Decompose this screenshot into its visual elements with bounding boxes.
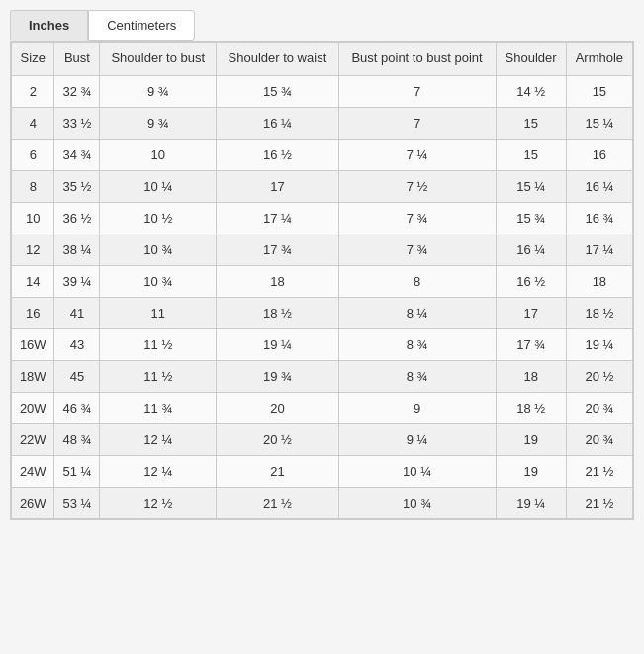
col-header-bust: Bust — [54, 43, 100, 76]
table-cell-6-1: 39 ¼ — [54, 265, 100, 297]
table-cell-10-4: 9 — [338, 392, 496, 423]
table-row: 20W46 ¾11 ¾20918 ½20 ¾ — [12, 392, 633, 423]
table-cell-4-1: 36 ½ — [54, 202, 100, 234]
table-cell-8-1: 43 — [54, 328, 100, 360]
table-row: 22W48 ¾12 ¼20 ½9 ¼1920 ¾ — [12, 423, 633, 455]
table-cell-13-0: 26W — [12, 487, 54, 518]
size-chart-table: Size Bust Shoulder to bust Shoulder to w… — [11, 42, 633, 519]
tabs-container: Inches Centimeters Size Bust Shoulder to… — [10, 10, 634, 520]
table-cell-6-0: 14 — [12, 265, 54, 297]
table-cell-12-6: 21 ½ — [566, 455, 632, 487]
table-cell-6-3: 18 — [217, 265, 338, 297]
table-row: 26W53 ¼12 ½21 ½10 ¾19 ¼21 ½ — [12, 487, 633, 518]
table-row: 18W4511 ½19 ¾8 ¾1820 ½ — [12, 360, 633, 392]
table-cell-4-5: 15 ¾ — [496, 202, 566, 234]
table-header-row: Size Bust Shoulder to bust Shoulder to w… — [12, 43, 633, 76]
table-cell-6-6: 18 — [566, 265, 632, 297]
table-cell-10-6: 20 ¾ — [566, 392, 632, 423]
table-cell-8-5: 17 ¾ — [496, 328, 566, 360]
table-row: 433 ½9 ¾16 ¼71515 ¼ — [12, 107, 633, 139]
table-cell-3-5: 15 ¼ — [496, 170, 566, 202]
table-cell-1-3: 16 ¼ — [217, 107, 338, 139]
tab-inches[interactable]: Inches — [10, 10, 88, 41]
table-cell-13-6: 21 ½ — [566, 487, 632, 518]
table-cell-0-6: 15 — [566, 75, 632, 107]
table-cell-0-3: 15 ¾ — [217, 75, 338, 107]
table-cell-9-1: 45 — [54, 360, 100, 392]
table-cell-12-4: 10 ¼ — [338, 455, 496, 487]
table-cell-8-4: 8 ¾ — [338, 328, 496, 360]
table-cell-7-2: 11 — [100, 297, 217, 328]
table-cell-2-4: 7 ¼ — [338, 139, 496, 170]
table-cell-11-1: 48 ¾ — [54, 423, 100, 455]
table-cell-3-6: 16 ¼ — [566, 170, 632, 202]
table-cell-11-2: 12 ¼ — [100, 423, 217, 455]
table-row: 1036 ½10 ½17 ¼7 ¾15 ¾16 ¾ — [12, 202, 633, 234]
col-header-shoulder-to-bust: Shoulder to bust — [100, 43, 217, 76]
table-cell-1-1: 33 ½ — [54, 107, 100, 139]
table-cell-0-2: 9 ¾ — [100, 75, 217, 107]
col-header-bust-point: Bust point to bust point — [338, 43, 496, 76]
table-cell-3-0: 8 — [12, 170, 54, 202]
table-cell-1-6: 15 ¼ — [566, 107, 632, 139]
table-cell-7-4: 8 ¼ — [338, 297, 496, 328]
table-cell-9-4: 8 ¾ — [338, 360, 496, 392]
table-cell-9-6: 20 ½ — [566, 360, 632, 392]
table-row: 1439 ¼10 ¾18816 ½18 — [12, 265, 633, 297]
table-cell-11-6: 20 ¾ — [566, 423, 632, 455]
table-cell-12-1: 51 ¼ — [54, 455, 100, 487]
table-cell-13-3: 21 ½ — [217, 487, 338, 518]
table-cell-0-0: 2 — [12, 75, 54, 107]
table-cell-10-1: 46 ¾ — [54, 392, 100, 423]
table-cell-7-0: 16 — [12, 297, 54, 328]
col-header-size: Size — [12, 43, 54, 76]
table-cell-11-0: 22W — [12, 423, 54, 455]
table-cell-3-3: 17 — [217, 170, 338, 202]
table-cell-9-3: 19 ¾ — [217, 360, 338, 392]
table-cell-13-4: 10 ¾ — [338, 487, 496, 518]
size-chart-table-container: Size Bust Shoulder to bust Shoulder to w… — [10, 41, 634, 520]
table-cell-5-1: 38 ¼ — [54, 234, 100, 265]
table-cell-1-4: 7 — [338, 107, 496, 139]
table-cell-1-2: 9 ¾ — [100, 107, 217, 139]
table-row: 16411118 ½8 ¼1718 ½ — [12, 297, 633, 328]
table-cell-7-6: 18 ½ — [566, 297, 632, 328]
col-header-shoulder: Shoulder — [496, 43, 566, 76]
table-cell-6-2: 10 ¾ — [100, 265, 217, 297]
table-cell-12-5: 19 — [496, 455, 566, 487]
table-cell-8-0: 16W — [12, 328, 54, 360]
table-cell-4-2: 10 ½ — [100, 202, 217, 234]
table-cell-2-1: 34 ¾ — [54, 139, 100, 170]
table-cell-1-0: 4 — [12, 107, 54, 139]
table-cell-8-6: 19 ¼ — [566, 328, 632, 360]
table-cell-10-0: 20W — [12, 392, 54, 423]
table-cell-5-4: 7 ¾ — [338, 234, 496, 265]
table-cell-0-5: 14 ½ — [496, 75, 566, 107]
table-cell-2-5: 15 — [496, 139, 566, 170]
table-cell-2-3: 16 ½ — [217, 139, 338, 170]
table-cell-4-3: 17 ¼ — [217, 202, 338, 234]
table-cell-5-3: 17 ¾ — [217, 234, 338, 265]
tab-group: Inches Centimeters — [10, 10, 634, 41]
table-cell-10-3: 20 — [217, 392, 338, 423]
table-cell-10-2: 11 ¾ — [100, 392, 217, 423]
table-cell-0-4: 7 — [338, 75, 496, 107]
table-row: 232 ¾9 ¾15 ¾714 ½15 — [12, 75, 633, 107]
table-row: 1238 ¼10 ¾17 ¾7 ¾16 ¼17 ¼ — [12, 234, 633, 265]
table-cell-5-5: 16 ¼ — [496, 234, 566, 265]
table-cell-13-2: 12 ½ — [100, 487, 217, 518]
table-row: 835 ½10 ¼177 ½15 ¼16 ¼ — [12, 170, 633, 202]
table-cell-4-6: 16 ¾ — [566, 202, 632, 234]
table-cell-8-2: 11 ½ — [100, 328, 217, 360]
table-cell-4-4: 7 ¾ — [338, 202, 496, 234]
col-header-shoulder-to-waist: Shoulder to waist — [217, 43, 338, 76]
col-header-armhole: Armhole — [566, 43, 632, 76]
table-cell-13-1: 53 ¼ — [54, 487, 100, 518]
tab-centimeters[interactable]: Centimeters — [88, 10, 195, 41]
table-cell-6-5: 16 ½ — [496, 265, 566, 297]
table-cell-13-5: 19 ¼ — [496, 487, 566, 518]
table-cell-2-6: 16 — [566, 139, 632, 170]
table-cell-9-0: 18W — [12, 360, 54, 392]
table-row: 16W4311 ½19 ¼8 ¾17 ¾19 ¼ — [12, 328, 633, 360]
table-cell-10-5: 18 ½ — [496, 392, 566, 423]
